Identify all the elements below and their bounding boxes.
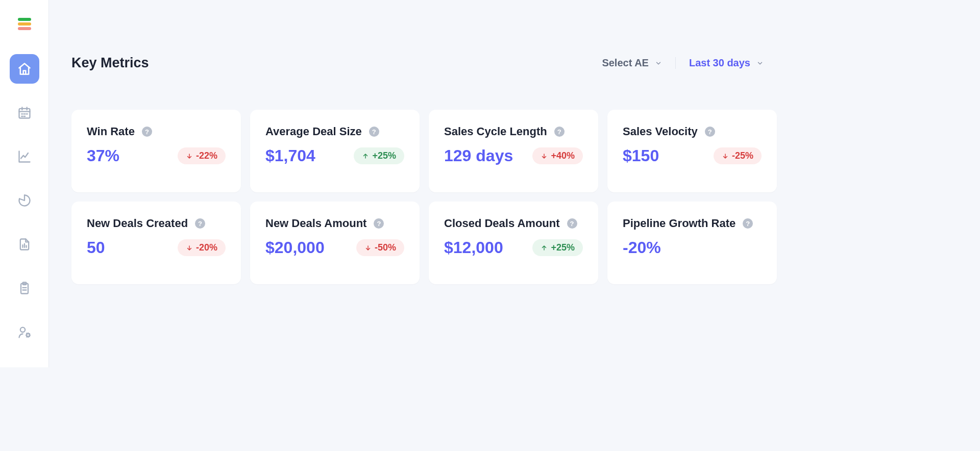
metric-card-closed-deals-amount: Closed Deals Amount ? $12,000 +25% [429,202,598,284]
metric-delta: -20% [178,239,226,256]
metric-value: -20% [623,238,661,257]
metric-value: $1,704 [265,146,315,165]
metric-delta: -25% [714,147,762,164]
metric-delta-text: -22% [196,151,217,161]
metric-value: $20,000 [265,238,325,257]
metric-delta: +25% [532,239,583,256]
metric-title: Sales Cycle Length [444,125,547,138]
metric-value: $150 [623,146,659,165]
nav-calendar[interactable] [10,98,39,128]
metric-card-sales-cycle: Sales Cycle Length ? 129 days +40% [429,110,598,192]
arrow-down-icon [722,153,729,160]
metric-value: $12,000 [444,238,503,257]
arrow-down-icon [186,153,193,160]
metric-title: Sales Velocity [623,125,698,138]
metric-delta: +40% [532,147,583,164]
pie-chart-icon [17,193,32,208]
metric-delta-text: -50% [375,242,396,253]
calendar-icon [17,106,32,120]
home-icon [17,62,32,76]
page-header: Key Metrics Select AE Last 30 days [71,55,777,71]
arrow-down-icon [364,244,372,252]
arrow-up-icon [541,244,548,252]
svg-point-3 [20,328,24,332]
help-icon[interactable]: ? [554,127,565,137]
file-bar-chart-icon [17,237,32,252]
metric-delta: -22% [178,147,226,164]
metric-value: 129 days [444,146,513,165]
metric-value: 37% [87,146,119,165]
help-icon[interactable]: ? [195,218,205,229]
nav-bar-report[interactable] [10,230,39,259]
help-icon[interactable]: ? [705,127,715,137]
metric-title: New Deals Amount [265,217,366,230]
metric-card-pipeline-growth: Pipeline Growth Rate ? -20% [607,202,777,284]
metric-delta-text: +40% [551,151,575,161]
metric-card-sales-velocity: Sales Velocity ? $150 -25% [607,110,777,192]
select-ae-dropdown[interactable]: Select AE [589,57,676,69]
nav-user-settings[interactable] [10,317,39,347]
metric-card-new-deals-amount: New Deals Amount ? $20,000 -50% [250,202,420,284]
nav-clipboard[interactable] [10,273,39,303]
metric-title: Closed Deals Amount [444,217,560,230]
page-title: Key Metrics [71,55,149,71]
metric-delta-text: +25% [551,242,575,253]
arrow-up-icon [362,153,369,160]
arrow-down-icon [186,244,193,252]
nav-trends[interactable] [10,142,39,171]
metric-delta-text: +25% [372,151,396,161]
help-icon[interactable]: ? [374,218,384,229]
metric-delta-text: -25% [732,151,753,161]
line-chart-icon [17,149,32,164]
metric-value: 50 [87,238,105,257]
help-icon[interactable]: ? [567,218,577,229]
clipboard-icon [17,281,32,295]
help-icon[interactable]: ? [743,218,753,229]
metric-delta: +25% [354,147,404,164]
chevron-down-icon [756,60,764,67]
metrics-grid: Win Rate ? 37% -22% Average Deal Size ? [71,110,777,284]
help-icon[interactable]: ? [369,127,379,137]
nav-home[interactable] [10,54,39,84]
chevron-down-icon [655,60,662,67]
header-filters: Select AE Last 30 days [589,57,777,69]
metric-title: New Deals Created [87,217,188,230]
arrow-down-icon [541,153,548,160]
date-range-label: Last 30 days [689,57,750,69]
metric-card-avg-deal-size: Average Deal Size ? $1,704 +25% [250,110,420,192]
metric-title: Average Deal Size [265,125,362,138]
app-logo [18,17,31,31]
metric-title: Win Rate [87,125,135,138]
select-ae-label: Select AE [602,57,649,69]
main-content: Key Metrics Select AE Last 30 days Win R… [49,0,797,367]
sidebar [0,0,49,367]
user-gear-icon [17,325,32,339]
metric-card-new-deals-created: New Deals Created ? 50 -20% [71,202,241,284]
metric-title: Pipeline Growth Rate [623,217,736,230]
nav-pie[interactable] [10,186,39,215]
date-range-dropdown[interactable]: Last 30 days [676,57,777,69]
metric-delta: -50% [356,239,404,256]
metric-card-win-rate: Win Rate ? 37% -22% [71,110,241,192]
metric-delta-text: -20% [196,242,217,253]
help-icon[interactable]: ? [142,127,152,137]
